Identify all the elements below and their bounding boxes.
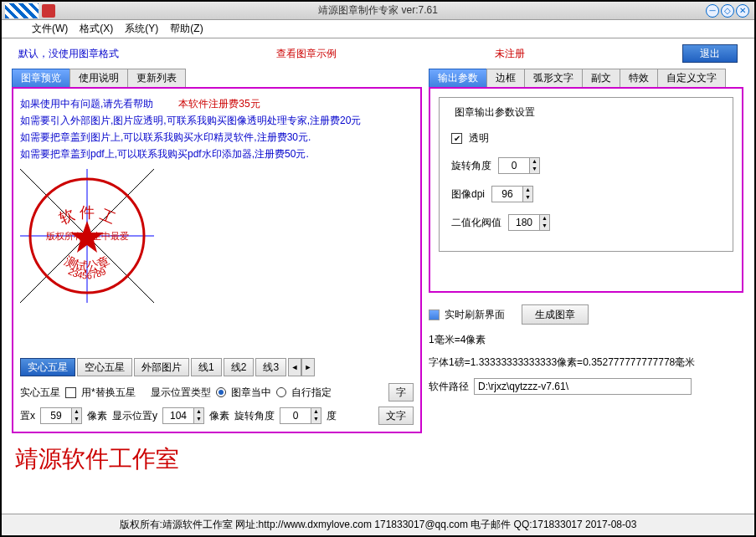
exit-button[interactable]: 退出: [682, 44, 738, 63]
right-tabs: 输出参数 边框 弧形文字 副文 特效 自定义文字: [429, 69, 743, 87]
default-format-label: 默认，没使用图章格式: [18, 47, 119, 61]
tab-line1[interactable]: 线1: [191, 358, 222, 376]
tab-effects[interactable]: 特效: [620, 69, 658, 87]
rotation-spinner[interactable]: ▲▼: [280, 407, 321, 424]
stamp-preview: 软 件 工 版权所有★生中最爱 测试公章 23456789: [20, 169, 154, 303]
tab-solid-star[interactable]: 实心五星: [20, 358, 75, 376]
tab-subtext[interactable]: 副文: [582, 69, 620, 87]
shape-tab-row: 实心五星 空心五星 外部图片 线1 线2 线3 ◄ ►: [20, 358, 414, 376]
tab-preview[interactable]: 图章预览: [12, 69, 70, 87]
dpi-spinner[interactable]: ▲▼: [491, 186, 533, 202]
scroll-left-icon[interactable]: ◄: [288, 358, 301, 376]
close-button[interactable]: ✕: [736, 4, 749, 18]
realtime-refresh-checkbox[interactable]: [429, 309, 440, 320]
tab-custom-text[interactable]: 自定义文字: [657, 69, 726, 87]
software-path-input[interactable]: [474, 378, 692, 395]
left-tabs: 图章预览 使用说明 更新列表: [12, 69, 422, 87]
menu-format[interactable]: 格式(X): [75, 20, 118, 38]
view-sample-link[interactable]: 查看图章示例: [276, 47, 337, 61]
right-panel: 输出参数 边框 弧形文字 副文 特效 自定义文字 图章输出参数设置 ✔ 透明 旋…: [429, 69, 743, 433]
menu-help[interactable]: 帮助(Z): [165, 20, 208, 38]
maximize-button[interactable]: ◇: [721, 4, 734, 18]
app-icon: [42, 4, 55, 18]
menu-system[interactable]: 系统(Y): [120, 20, 163, 38]
replace-star-checkbox[interactable]: [65, 387, 76, 398]
minimize-button[interactable]: ─: [706, 4, 719, 18]
tab-hollow-star[interactable]: 空心五星: [77, 358, 132, 376]
pos-x-spinner[interactable]: ▲▼: [40, 407, 82, 424]
titlebar-decoration: [5, 3, 39, 18]
threshold-spinner[interactable]: ▲▼: [508, 214, 550, 231]
tab-output-params[interactable]: 输出参数: [429, 69, 487, 87]
tab-line3[interactable]: 线3: [255, 358, 286, 376]
titlebar: 靖源图章制作专家 ver:7.61 ─ ◇ ✕: [2, 2, 754, 20]
output-rotation-spinner[interactable]: ▲▼: [498, 157, 540, 174]
tab-external-image[interactable]: 外部图片: [134, 358, 189, 376]
tab-arc-text[interactable]: 弧形文字: [524, 69, 583, 87]
menubar: 文件(W) 格式(X) 系统(Y) 帮助(Z): [2, 20, 754, 38]
tab-instructions[interactable]: 使用说明: [69, 69, 128, 87]
font-button[interactable]: 字: [388, 383, 414, 401]
solid-star-label: 实心五星: [20, 386, 60, 400]
window-title: 靖源图章制作专家 ver:7.61: [318, 3, 438, 18]
scroll-right-icon[interactable]: ►: [301, 358, 315, 376]
tab-line2[interactable]: 线2: [224, 358, 255, 376]
generate-button[interactable]: 生成图章: [522, 304, 589, 325]
radio-custom[interactable]: [276, 387, 286, 397]
help-text: 如果使用中有问题,请先看帮助 本软件注册费35元 如需要引入外部图片,图片应透明…: [20, 95, 414, 162]
app-window: 靖源图章制作专家 ver:7.61 ─ ◇ ✕ 文件(W) 格式(X) 系统(Y…: [0, 0, 756, 537]
output-params-group: 图章输出参数设置 ✔ 透明 旋转角度 ▲▼ 图像dpi ▲▼ 二值化阀值: [439, 97, 733, 252]
mm-px-info: 1毫米=4像素: [429, 333, 743, 347]
tab-border[interactable]: 边框: [486, 69, 525, 87]
radio-center[interactable]: [216, 387, 226, 397]
transparent-checkbox[interactable]: ✔: [451, 133, 462, 144]
font-info: 字体1磅=1.33333333333333像素=0.35277777777777…: [429, 355, 743, 370]
tab-updates[interactable]: 更新列表: [127, 69, 186, 87]
footer: 版权所有:靖源软件工作室 网址:http://www.dxmylove.com …: [2, 514, 754, 535]
menu-file[interactable]: 文件(W): [27, 20, 73, 38]
top-row: 默认，没使用图章格式 查看图章示例 未注册 退出: [2, 38, 754, 69]
text-button[interactable]: 文字: [378, 407, 414, 425]
unregistered-label: 未注册: [495, 47, 525, 61]
studio-label: 靖源软件工作室: [2, 433, 754, 485]
left-panel: 图章预览 使用说明 更新列表 如果使用中有问题,请先看帮助 本软件注册费35元 …: [12, 69, 422, 433]
pos-y-spinner[interactable]: ▲▼: [162, 407, 204, 424]
